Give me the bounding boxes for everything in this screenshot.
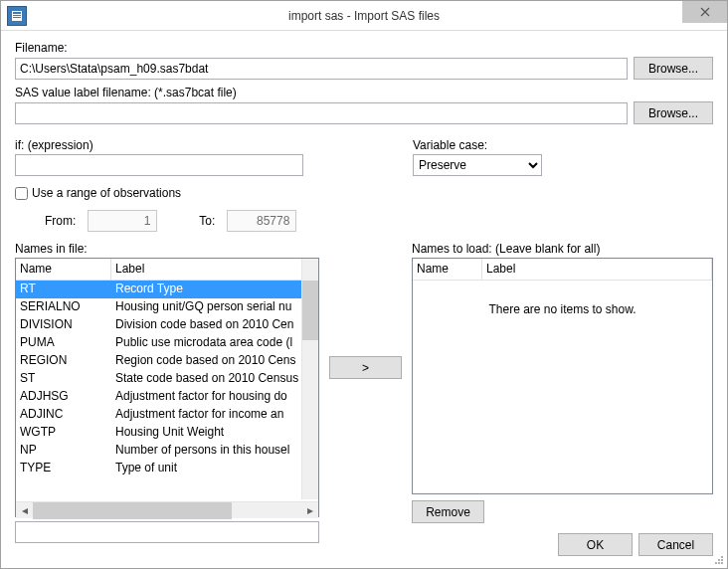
- cell-name: NP: [16, 442, 111, 460]
- from-label: From:: [45, 214, 76, 228]
- cell-label: Adjustment factor for income an: [111, 406, 300, 424]
- table-row[interactable]: ADJHSGAdjustment factor for housing do: [16, 388, 318, 406]
- remove-button[interactable]: Remove: [412, 500, 484, 523]
- table-row[interactable]: RTRecord Type: [16, 281, 318, 298]
- svg-rect-6: [721, 559, 723, 561]
- cell-label: Adjustment factor for housing do: [111, 388, 300, 406]
- range-checkbox[interactable]: [15, 187, 28, 200]
- scrollbar-thumb[interactable]: [302, 281, 318, 340]
- cell-label: Public use microdata area code (l: [111, 334, 300, 352]
- ifexpr-input[interactable]: [15, 154, 303, 176]
- valuelabel-label: SAS value label filename: (*.sas7bcat fi…: [15, 86, 713, 99]
- cancel-button[interactable]: Cancel: [638, 533, 713, 556]
- table-row[interactable]: REGIONRegion code based on 2010 Cens: [16, 352, 318, 370]
- col-header-name[interactable]: Name: [16, 259, 111, 281]
- app-icon: [7, 6, 27, 26]
- table-row[interactable]: WGTPHousing Unit Weight: [16, 424, 318, 442]
- names-in-file-list[interactable]: Name Label RTRecord TypeSERIALNOHousing …: [15, 258, 319, 517]
- cell-name: SERIALNO: [16, 298, 111, 316]
- vertical-scrollbar[interactable]: [301, 259, 318, 499]
- cell-name: WGTP: [16, 424, 111, 442]
- horizontal-scrollbar[interactable]: ◂ ▸: [16, 501, 318, 518]
- window-title: import sas - Import SAS files: [1, 9, 727, 23]
- table-row[interactable]: SERIALNOHousing unit/GQ person serial nu: [16, 298, 318, 316]
- filename-browse-button[interactable]: Browse...: [634, 57, 713, 80]
- cell-name: DIVISION: [16, 316, 111, 334]
- close-button[interactable]: [682, 1, 727, 23]
- cell-name: TYPE: [16, 460, 111, 477]
- names-filter-input[interactable]: [15, 521, 319, 543]
- cell-name: ADJHSG: [16, 388, 111, 406]
- scroll-right-icon[interactable]: ▸: [301, 502, 318, 519]
- varcase-select[interactable]: Preserve: [413, 154, 542, 176]
- to-label: To:: [199, 214, 215, 228]
- table-row[interactable]: DIVISIONDivision code based on 2010 Cen: [16, 316, 318, 334]
- scroll-left-icon[interactable]: ◂: [16, 502, 33, 519]
- cell-label: Record Type: [111, 281, 300, 298]
- ifexpr-label: if: (expression): [15, 138, 401, 152]
- cell-label: Region code based on 2010 Cens: [111, 352, 300, 370]
- ok-button[interactable]: OK: [558, 533, 633, 556]
- cell-name: ST: [16, 370, 111, 388]
- svg-rect-4: [721, 556, 723, 558]
- cell-label: Division code based on 2010 Cen: [111, 316, 300, 334]
- valuelabel-input[interactable]: [15, 102, 628, 124]
- svg-rect-7: [715, 562, 717, 564]
- cell-name: PUMA: [16, 334, 111, 352]
- svg-rect-5: [718, 559, 720, 561]
- names-in-file-label: Names in file:: [15, 242, 319, 256]
- cell-name: REGION: [16, 352, 111, 370]
- hscroll-thumb[interactable]: [33, 502, 232, 519]
- col-header-label[interactable]: Label: [111, 259, 318, 281]
- cell-label: Type of unit: [111, 460, 300, 477]
- svg-rect-3: [13, 17, 21, 18]
- svg-rect-8: [718, 562, 720, 564]
- col2-header-name[interactable]: Name: [413, 259, 482, 281]
- names-to-load-list[interactable]: Name Label There are no items to show.: [412, 258, 713, 494]
- valuelabel-browse-button[interactable]: Browse...: [634, 101, 713, 124]
- varcase-label: Variable case:: [413, 138, 713, 152]
- cell-label: Housing Unit Weight: [111, 424, 300, 442]
- cell-label: Number of persons in this housel: [111, 442, 300, 460]
- table-row[interactable]: PUMAPublic use microdata area code (l: [16, 334, 318, 352]
- cell-name: RT: [16, 281, 111, 298]
- table-row[interactable]: NPNumber of persons in this housel: [16, 442, 318, 460]
- table-row[interactable]: ADJINCAdjustment factor for income an: [16, 406, 318, 424]
- move-right-button[interactable]: >: [329, 356, 402, 379]
- cell-name: ADJINC: [16, 406, 111, 424]
- table-row[interactable]: STState code based on 2010 Census: [16, 370, 318, 388]
- cell-label: State code based on 2010 Census: [111, 370, 300, 388]
- resize-grip[interactable]: [713, 554, 725, 566]
- table-row[interactable]: TYPEType of unit: [16, 460, 318, 477]
- to-input: [227, 210, 296, 232]
- cell-label: Housing unit/GQ person serial nu: [111, 298, 300, 316]
- svg-rect-9: [721, 562, 723, 564]
- range-checkbox-label[interactable]: Use a range of observations: [32, 186, 181, 200]
- svg-rect-2: [13, 15, 21, 16]
- filename-label: Filename:: [15, 41, 713, 55]
- names-to-load-label: Names to load: (Leave blank for all): [412, 242, 713, 256]
- empty-message: There are no items to show.: [413, 281, 712, 316]
- col2-header-label[interactable]: Label: [482, 259, 712, 281]
- filename-input[interactable]: [15, 58, 628, 80]
- from-input: [88, 210, 157, 232]
- titlebar: import sas - Import SAS files: [1, 1, 727, 31]
- svg-rect-1: [13, 12, 21, 14]
